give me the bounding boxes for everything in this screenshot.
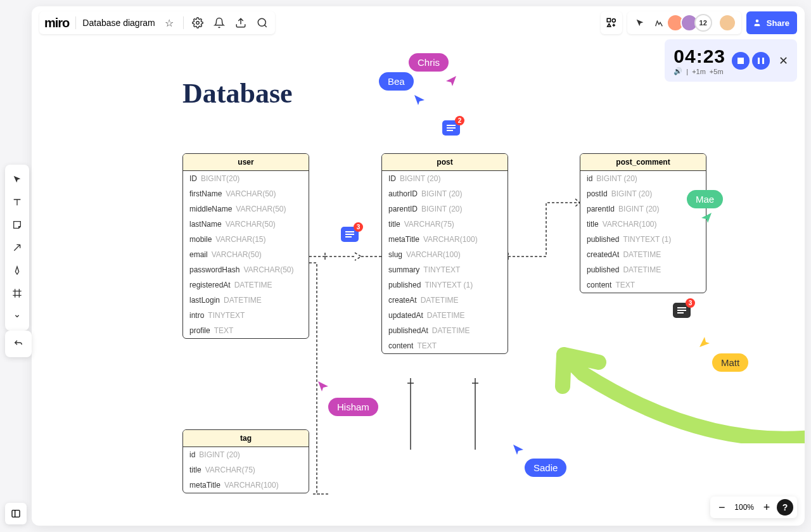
timer-pause-button[interactable]: [752, 52, 770, 70]
frame-tool[interactable]: [6, 282, 28, 304]
timer-stop-button[interactable]: [732, 52, 750, 70]
timer-time: 04:23: [674, 46, 725, 67]
entity-field: introTINYTEXT: [183, 308, 309, 323]
cursor-sadie: Sadie: [525, 459, 566, 477]
undo-button[interactable]: [8, 333, 29, 355]
entity-tag[interactable]: tag idBIGINT (20)titleVARCHAR(75)metaTit…: [182, 429, 309, 493]
svg-rect-2: [607, 18, 610, 22]
entity-field: contentTEXT: [382, 338, 508, 353]
settings-icon[interactable]: [190, 15, 205, 30]
entity-body: idBIGINT (20)postIdBIGINT (20)parentIdBI…: [580, 171, 706, 293]
zoom-level[interactable]: 100%: [732, 503, 757, 512]
canvas[interactable]: miro Database diagram ☆ 12 Share 04:23 🔊…: [32, 6, 805, 526]
entity-field: authorIDBIGINT (20): [382, 186, 508, 201]
entity-field: lastLoginDATETIME: [183, 293, 309, 308]
select-tool[interactable]: [6, 168, 28, 190]
entity-field: profileTEXT: [183, 323, 309, 338]
cursor-mae: Mae: [687, 190, 723, 208]
cursor-mode-icon[interactable]: [632, 15, 648, 30]
svg-rect-7: [12, 510, 20, 517]
cursor-matt: Matt: [712, 353, 748, 372]
svg-point-3: [612, 19, 615, 22]
entity-field: middleNameVARCHAR(50): [183, 201, 309, 217]
diagram-title[interactable]: Database: [182, 77, 293, 110]
topbar: miro Database diagram ☆: [39, 11, 275, 34]
entity-field: registeredAtDATETIME: [183, 277, 309, 293]
divider: [183, 16, 184, 29]
timer-close-icon[interactable]: ✕: [779, 54, 788, 68]
entity-body: IDBIGINT (20)authorIDBIGINT (20)parentID…: [382, 171, 508, 353]
comment-count: 3: [686, 298, 695, 308]
entity-field: titleVARCHAR(75): [382, 217, 508, 232]
entity-post[interactable]: post IDBIGINT (20)authorIDBIGINT (20)par…: [381, 153, 508, 354]
entity-field: idBIGINT (20): [580, 171, 706, 186]
share-button[interactable]: Share: [746, 11, 797, 34]
arrow-tool[interactable]: [6, 237, 28, 258]
timer-plus-1m[interactable]: +1m: [692, 68, 706, 75]
svg-rect-6: [762, 58, 764, 64]
entity-field: idBIGINT (20): [183, 447, 309, 462]
cursor-arrow-icon: [700, 212, 713, 224]
entity-field: firstNameVARCHAR(50): [183, 186, 309, 201]
entity-field: publishedTINYTEXT (1): [382, 277, 508, 293]
comment-count: 2: [455, 116, 464, 125]
cursor-hisham: Hisham: [328, 398, 378, 416]
cursor-arrow-icon: [317, 380, 329, 393]
logo[interactable]: miro: [44, 16, 69, 30]
entity-header: tag: [183, 430, 309, 447]
timer-widget[interactable]: 04:23 🔊| +1m +5m ✕: [665, 39, 797, 82]
board-name[interactable]: Database diagram: [82, 18, 155, 28]
cursor-arrow-icon: [413, 94, 426, 106]
entity-field: updatedAtDATETIME: [382, 308, 508, 323]
reactions-icon[interactable]: [651, 15, 667, 30]
entity-field: IDBIGINT (20): [382, 171, 508, 186]
avatars[interactable]: 12: [670, 14, 712, 32]
comment-bubble[interactable]: 3: [673, 303, 691, 318]
bell-icon[interactable]: [212, 15, 227, 30]
left-toolbar: [5, 165, 29, 331]
entity-field: createAtDATETIME: [382, 293, 508, 308]
entity-header: post: [382, 154, 508, 171]
svg-point-0: [196, 22, 200, 25]
apps-button[interactable]: [601, 11, 622, 34]
sound-icon[interactable]: 🔊: [674, 67, 682, 75]
entity-header: user: [183, 154, 309, 171]
svg-rect-5: [758, 58, 760, 64]
entity-body: idBIGINT (20)titleVARCHAR(75)metaTitleVA…: [183, 447, 309, 493]
entity-field: titleVARCHAR(75): [183, 462, 309, 478]
entity-field: lastNameVARCHAR(50): [183, 217, 309, 232]
zoom-out-button[interactable]: −: [714, 500, 729, 515]
pen-tool[interactable]: [6, 260, 28, 281]
search-icon[interactable]: [255, 15, 270, 30]
more-tools[interactable]: [6, 305, 28, 327]
help-button[interactable]: ?: [777, 499, 793, 516]
comment-bubble[interactable]: 2: [442, 120, 460, 136]
entity-field: metaTitleVARCHAR(100): [382, 232, 508, 247]
text-tool[interactable]: [6, 191, 28, 213]
star-icon[interactable]: ☆: [162, 15, 177, 30]
avatar-overflow[interactable]: 12: [694, 14, 712, 32]
cursor-arrow-icon: [512, 443, 525, 456]
entity-post-comment[interactable]: post_comment idBIGINT (20)postIdBIGINT (…: [580, 153, 706, 293]
freehand-arrow[interactable]: [545, 342, 805, 443]
zoom-control: − 100% + ?: [710, 497, 797, 518]
cursor-bea: Bea: [379, 72, 414, 91]
entity-field: slugVARCHAR(100): [382, 247, 508, 262]
entity-field: titleVARCHAR(100): [580, 217, 706, 232]
entity-header: post_comment: [580, 154, 706, 171]
entity-field: IDBIGINT(20): [183, 171, 309, 186]
comment-count: 3: [354, 222, 363, 232]
entity-field: metaTitleVARCHAR(100): [183, 478, 309, 493]
panel-toggle[interactable]: [5, 503, 27, 524]
sticky-tool[interactable]: [6, 214, 28, 236]
presenter-box: 12: [627, 11, 741, 34]
comment-bubble[interactable]: 3: [341, 227, 359, 242]
entity-user[interactable]: user IDBIGINT(20)firstNameVARCHAR(50)mid…: [182, 153, 309, 339]
zoom-in-button[interactable]: +: [759, 500, 774, 515]
avatar-self[interactable]: [718, 14, 736, 32]
export-icon[interactable]: [233, 15, 248, 30]
divider: [75, 16, 76, 29]
entity-field: publishedTINYTEXT (1): [580, 232, 706, 247]
timer-plus-5m[interactable]: +5m: [710, 68, 724, 75]
entity-field: parentIDBIGINT (20): [382, 201, 508, 217]
